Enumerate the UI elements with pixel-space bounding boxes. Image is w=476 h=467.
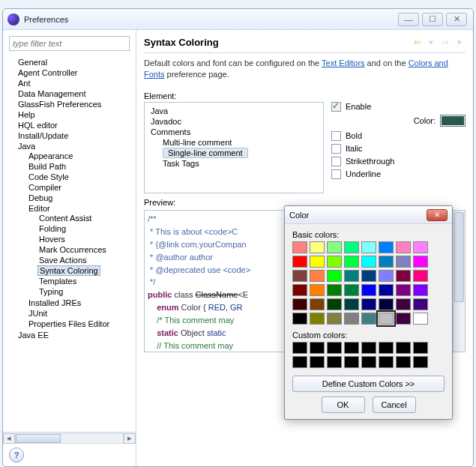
color-cell[interactable] bbox=[344, 284, 359, 296]
vscroll-thumb[interactable] bbox=[454, 212, 464, 302]
color-cell[interactable] bbox=[396, 241, 411, 253]
tree-item[interactable]: Agent Controller bbox=[6, 67, 133, 78]
color-cell[interactable] bbox=[292, 298, 307, 310]
custom-color-cell[interactable] bbox=[413, 342, 428, 354]
help-icon[interactable]: ? bbox=[9, 448, 24, 463]
color-cell[interactable] bbox=[379, 241, 394, 253]
color-cell[interactable] bbox=[327, 256, 342, 268]
minimize-button[interactable]: — bbox=[398, 13, 419, 26]
tree-item[interactable]: HQL editor bbox=[6, 120, 133, 130]
color-dialog-titlebar[interactable]: Color ✕ bbox=[285, 206, 452, 224]
color-cell[interactable] bbox=[379, 298, 394, 310]
scroll-left-button[interactable]: ◂ bbox=[3, 433, 15, 444]
element-list[interactable]: JavaJavadocCommentsMulti-line commentSin… bbox=[144, 102, 324, 193]
color-cell[interactable] bbox=[396, 284, 411, 296]
color-cell[interactable] bbox=[361, 313, 376, 325]
color-cell[interactable] bbox=[292, 284, 307, 296]
tree-item[interactable]: Folding bbox=[27, 223, 133, 234]
custom-color-cell[interactable] bbox=[327, 342, 342, 354]
custom-color-cell[interactable] bbox=[310, 356, 325, 368]
forward-menu-icon[interactable]: ▾ bbox=[454, 36, 466, 48]
text-editors-link[interactable]: Text Editors bbox=[322, 58, 364, 67]
tree-item[interactable]: GlassFish Preferences bbox=[6, 99, 133, 109]
define-custom-colors-button[interactable]: Define Custom Colors >> bbox=[292, 376, 445, 392]
color-cell[interactable] bbox=[361, 270, 376, 282]
color-cell[interactable] bbox=[344, 256, 359, 268]
color-cell[interactable] bbox=[327, 241, 342, 253]
custom-color-cell[interactable] bbox=[292, 342, 307, 354]
tree-item[interactable]: Typing bbox=[27, 286, 133, 297]
tree-item[interactable]: JavaAppearanceBuild PathCode StyleCompil… bbox=[6, 141, 133, 330]
tree-item[interactable]: Build Path bbox=[16, 161, 133, 172]
color-cell[interactable] bbox=[361, 284, 376, 296]
custom-color-cell[interactable] bbox=[327, 356, 342, 368]
color-cell[interactable] bbox=[361, 241, 376, 253]
tree-item[interactable]: Java EE bbox=[6, 330, 133, 340]
color-cell[interactable] bbox=[379, 313, 394, 325]
color-cell[interactable] bbox=[413, 270, 428, 282]
tree-item[interactable]: Help bbox=[6, 109, 133, 120]
tree-item[interactable]: Save Actions bbox=[27, 255, 133, 265]
tree-item[interactable]: Code Style bbox=[16, 172, 133, 182]
back-icon[interactable]: ⇦ bbox=[411, 36, 423, 48]
tree-item[interactable]: JUnit bbox=[16, 308, 133, 319]
tree-item[interactable]: General bbox=[6, 57, 133, 67]
color-cell[interactable] bbox=[327, 298, 342, 310]
color-cell[interactable] bbox=[396, 298, 411, 310]
tree-item[interactable]: Templates bbox=[27, 276, 133, 286]
color-cell[interactable] bbox=[344, 270, 359, 282]
bold-checkbox[interactable] bbox=[331, 131, 341, 141]
custom-color-cell[interactable] bbox=[361, 342, 376, 354]
element-item-selected[interactable]: Single-line comment bbox=[163, 148, 248, 158]
cancel-button[interactable]: Cancel bbox=[373, 397, 416, 413]
custom-color-cell[interactable] bbox=[379, 356, 394, 368]
color-cell[interactable] bbox=[344, 241, 359, 253]
enable-checkbox[interactable] bbox=[331, 102, 341, 112]
color-cell[interactable] bbox=[379, 270, 394, 282]
close-button[interactable]: ✕ bbox=[446, 13, 467, 26]
titlebar[interactable]: Preferences — ☐ ✕ bbox=[3, 9, 473, 30]
color-cell[interactable] bbox=[310, 241, 325, 253]
element-item[interactable]: Multi-line comment bbox=[148, 137, 320, 148]
maximize-button[interactable]: ☐ bbox=[422, 13, 443, 26]
color-cell[interactable] bbox=[292, 256, 307, 268]
custom-color-cell[interactable] bbox=[310, 342, 325, 354]
tree-item[interactable]: Appearance bbox=[16, 151, 133, 161]
custom-color-cell[interactable] bbox=[396, 342, 411, 354]
color-cell[interactable] bbox=[379, 284, 394, 296]
color-cell[interactable] bbox=[327, 270, 342, 282]
color-cell[interactable] bbox=[379, 256, 394, 268]
color-cell[interactable] bbox=[310, 298, 325, 310]
color-cell[interactable] bbox=[396, 270, 411, 282]
forward-icon[interactable]: ⇨ bbox=[439, 36, 451, 48]
back-menu-icon[interactable]: ▾ bbox=[425, 36, 437, 48]
tree-item[interactable]: Debug bbox=[16, 193, 133, 203]
scroll-right-button[interactable]: ▸ bbox=[124, 433, 136, 444]
tree-item[interactable]: Ant bbox=[6, 78, 133, 88]
color-cell[interactable] bbox=[310, 256, 325, 268]
custom-color-cell[interactable] bbox=[344, 356, 359, 368]
preview-vscrollbar[interactable] bbox=[453, 211, 465, 352]
tree-item[interactable]: EditorContent AssistFoldingHoversMark Oc… bbox=[16, 203, 133, 298]
ok-button[interactable]: OK bbox=[322, 397, 365, 413]
tree-item[interactable]: Data Management bbox=[6, 88, 133, 99]
color-cell[interactable] bbox=[413, 313, 428, 325]
tree-item[interactable]: Properties Files Editor bbox=[16, 319, 133, 329]
color-cell[interactable] bbox=[413, 241, 428, 253]
color-cell[interactable] bbox=[310, 270, 325, 282]
preferences-tree[interactable]: GeneralAgent ControllerAntData Managemen… bbox=[6, 57, 133, 432]
color-cell[interactable] bbox=[327, 284, 342, 296]
color-cell[interactable] bbox=[292, 241, 307, 253]
tree-item[interactable]: Hovers bbox=[27, 234, 133, 244]
color-cell[interactable] bbox=[327, 313, 342, 325]
tree-hscrollbar[interactable]: ◂ ▸ bbox=[3, 432, 136, 444]
tree-item[interactable]: Compiler bbox=[16, 182, 133, 193]
underline-checkbox[interactable] bbox=[331, 169, 341, 179]
color-cell[interactable] bbox=[396, 313, 411, 325]
color-cell[interactable] bbox=[396, 256, 411, 268]
color-swatch-button[interactable] bbox=[440, 115, 466, 127]
custom-color-cell[interactable] bbox=[413, 356, 428, 368]
color-cell[interactable] bbox=[344, 298, 359, 310]
color-cell[interactable] bbox=[413, 256, 428, 268]
custom-color-cell[interactable] bbox=[344, 342, 359, 354]
